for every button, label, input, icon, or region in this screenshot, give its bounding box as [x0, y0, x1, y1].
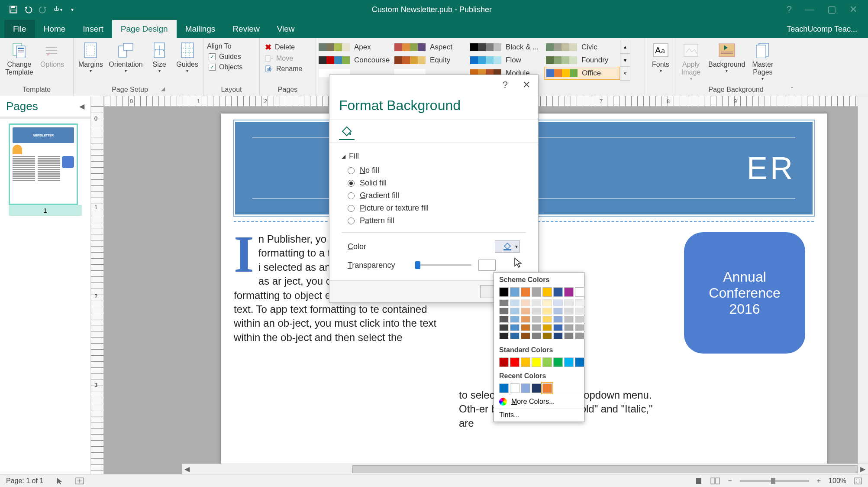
page-thumbnail[interactable]: NEWSLETTER: [9, 123, 78, 205]
more-colors-item[interactable]: More Colors...: [494, 395, 584, 408]
color-swatch[interactable]: [499, 287, 509, 297]
close-icon[interactable]: ✕: [849, 4, 857, 15]
zoom-slider[interactable]: [740, 480, 809, 482]
background-button[interactable]: Background▾: [706, 40, 748, 75]
options-button[interactable]: Options: [38, 40, 67, 70]
color-swatch[interactable]: [510, 287, 520, 297]
scheme-colors-grid[interactable]: [494, 286, 584, 299]
callout-shape[interactable]: Annual Conference 2016: [684, 232, 805, 354]
color-swatch[interactable]: [532, 357, 541, 367]
save-icon[interactable]: [9, 5, 18, 14]
color-swatch[interactable]: [499, 299, 509, 306]
tints-item[interactable]: Tints...: [494, 408, 584, 422]
pages-panel-collapse-icon[interactable]: ◀: [79, 102, 84, 110]
no-fill-radio[interactable]: No fill: [348, 166, 526, 175]
rename-page-button[interactable]: abRename: [262, 64, 313, 74]
zoom-level[interactable]: 100%: [829, 477, 846, 485]
redo-icon[interactable]: [38, 5, 48, 14]
color-swatch[interactable]: [564, 324, 574, 331]
color-swatch[interactable]: [532, 332, 541, 339]
color-swatch[interactable]: [532, 287, 541, 297]
color-swatch[interactable]: [575, 299, 584, 306]
scheme-item[interactable]: Black & ...: [468, 41, 544, 54]
color-swatch[interactable]: [564, 316, 574, 323]
color-swatch[interactable]: [532, 316, 541, 323]
minimize-icon[interactable]: —: [805, 4, 814, 15]
color-swatch[interactable]: [575, 287, 584, 297]
color-swatch[interactable]: [510, 316, 520, 323]
move-page-button[interactable]: Move: [262, 54, 313, 63]
schemes-down-icon[interactable]: ▾: [620, 54, 630, 67]
two-page-view-icon[interactable]: [710, 477, 720, 484]
zoom-out-icon[interactable]: −: [728, 477, 732, 485]
color-swatch[interactable]: [575, 324, 584, 331]
color-swatch[interactable]: [510, 383, 520, 393]
scheme-item[interactable]: Equity: [393, 54, 468, 67]
color-swatch[interactable]: [521, 287, 530, 297]
color-swatch[interactable]: [499, 324, 509, 331]
color-swatch[interactable]: [542, 287, 552, 297]
color-swatch[interactable]: [532, 308, 541, 315]
tab-page-design[interactable]: Page Design: [112, 20, 177, 38]
change-template-button[interactable]: Change Template: [3, 40, 36, 78]
zoom-in-icon[interactable]: +: [817, 477, 821, 485]
help-icon[interactable]: ?: [787, 4, 792, 15]
color-swatch[interactable]: [499, 357, 509, 367]
color-swatch[interactable]: [532, 299, 541, 306]
color-swatch[interactable]: [564, 308, 574, 315]
tab-mailings[interactable]: Mailings: [177, 20, 224, 38]
touch-mode-icon[interactable]: ▾: [53, 5, 62, 14]
ribbon-collapse-icon[interactable]: ˆ: [791, 86, 793, 93]
recent-colors-grid[interactable]: [494, 382, 584, 395]
size-button[interactable]: Size▾: [146, 40, 172, 75]
color-swatch[interactable]: [510, 299, 520, 306]
color-swatch[interactable]: [564, 357, 574, 367]
tab-insert[interactable]: Insert: [74, 20, 112, 38]
solid-fill-radio[interactable]: Solid fill: [348, 179, 526, 188]
page-setup-launcher-icon[interactable]: ◢: [161, 86, 165, 94]
apply-image-button[interactable]: Apply Image▾: [678, 40, 704, 83]
color-swatch[interactable]: [521, 383, 530, 393]
objects-checkbox[interactable]: ✓Objects: [206, 62, 257, 72]
color-swatch[interactable]: [510, 324, 520, 331]
color-swatch[interactable]: [542, 324, 552, 331]
color-swatch[interactable]: [564, 332, 574, 339]
fill-tab-icon[interactable]: [339, 124, 355, 140]
scheme-item[interactable]: Civic: [544, 41, 620, 54]
scheme-item[interactable]: Apex: [317, 41, 393, 54]
scheme-tints-grid[interactable]: [494, 299, 584, 343]
color-swatch[interactable]: [510, 332, 520, 339]
color-swatch[interactable]: [553, 308, 563, 315]
color-swatch[interactable]: [521, 324, 530, 331]
color-swatch[interactable]: [575, 316, 584, 323]
color-swatch[interactable]: [564, 287, 574, 297]
schemes-more-icon[interactable]: ▿: [620, 67, 630, 80]
fit-page-icon[interactable]: [854, 477, 862, 484]
color-swatch[interactable]: [575, 332, 584, 339]
orientation-button[interactable]: Orientation▾: [107, 40, 145, 75]
color-swatch[interactable]: [521, 357, 530, 367]
delete-page-button[interactable]: ✖Delete: [262, 42, 313, 53]
guides-checkbox[interactable]: ✓Guides: [206, 52, 257, 62]
transparency-input[interactable]: [478, 260, 496, 271]
color-swatch[interactable]: [521, 316, 530, 323]
dialog-close-icon[interactable]: ✕: [523, 79, 530, 91]
color-swatch[interactable]: [575, 357, 584, 367]
color-swatch[interactable]: [542, 316, 552, 323]
color-swatch[interactable]: [553, 332, 563, 339]
transparency-slider[interactable]: [415, 264, 471, 266]
scheme-item[interactable]: Office: [544, 67, 620, 80]
tab-review[interactable]: Review: [224, 20, 268, 38]
fonts-button[interactable]: Aa Fonts▾: [648, 40, 674, 75]
scheme-item[interactable]: Flow: [468, 54, 544, 67]
user-label[interactable]: TeachUcomp Teac...: [776, 20, 868, 38]
margins-button[interactable]: Margins▾: [76, 40, 105, 75]
page-indicator[interactable]: Page: 1 of 1: [6, 477, 43, 485]
master-pages-button[interactable]: Master Pages▾: [749, 40, 776, 83]
color-swatch[interactable]: [553, 316, 563, 323]
color-swatch[interactable]: [510, 308, 520, 315]
tab-file[interactable]: File: [4, 20, 35, 38]
color-swatch[interactable]: [575, 308, 584, 315]
maximize-icon[interactable]: ▢: [827, 4, 836, 15]
tab-view[interactable]: View: [268, 20, 303, 38]
